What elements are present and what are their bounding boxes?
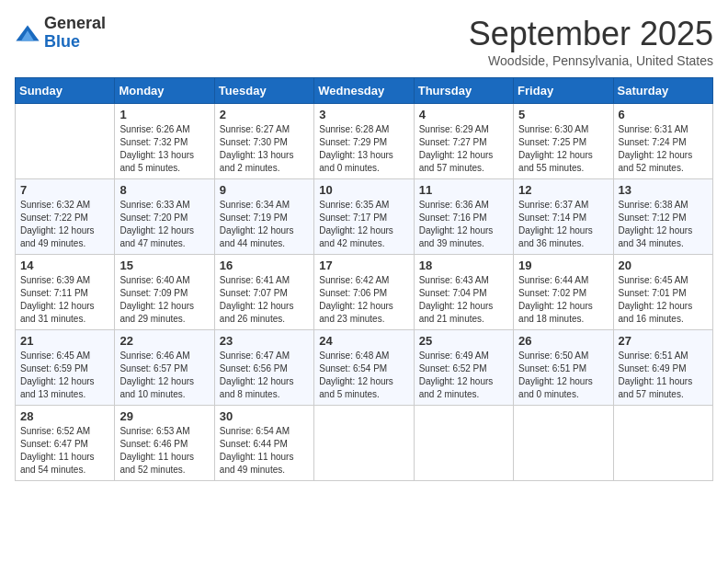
location-text: Woodside, Pennsylvania, United States [469, 53, 713, 68]
day-info: Sunrise: 6:46 AM Sunset: 6:57 PM Dayligh… [119, 350, 209, 401]
calendar-cell: 28Sunrise: 6:52 AM Sunset: 6:47 PM Dayli… [16, 406, 115, 481]
calendar-week-row: 7Sunrise: 6:32 AM Sunset: 7:22 PM Daylig… [16, 179, 713, 255]
calendar-cell: 5Sunrise: 6:30 AM Sunset: 7:25 PM Daylig… [514, 104, 613, 179]
calendar-cell: 20Sunrise: 6:45 AM Sunset: 7:01 PM Dayli… [613, 255, 712, 330]
calendar-cell: 6Sunrise: 6:31 AM Sunset: 7:24 PM Daylig… [613, 104, 712, 179]
day-info: Sunrise: 6:45 AM Sunset: 6:59 PM Dayligh… [20, 350, 109, 401]
calendar-cell: 29Sunrise: 6:53 AM Sunset: 6:46 PM Dayli… [115, 406, 214, 481]
day-number: 18 [419, 259, 508, 272]
day-number: 1 [119, 108, 209, 121]
calendar-cell: 3Sunrise: 6:28 AM Sunset: 7:29 PM Daylig… [314, 104, 414, 179]
day-of-week-header: Saturday [613, 78, 712, 104]
day-info: Sunrise: 6:47 AM Sunset: 6:56 PM Dayligh… [220, 350, 309, 401]
day-info: Sunrise: 6:30 AM Sunset: 7:25 PM Dayligh… [518, 123, 608, 175]
day-info: Sunrise: 6:50 AM Sunset: 6:51 PM Dayligh… [518, 350, 608, 401]
day-info: Sunrise: 6:37 AM Sunset: 7:14 PM Dayligh… [518, 199, 608, 250]
day-number: 5 [518, 108, 608, 121]
day-info: Sunrise: 6:48 AM Sunset: 6:54 PM Dayligh… [319, 350, 408, 401]
day-number: 24 [319, 334, 408, 348]
calendar-cell [613, 406, 712, 481]
day-info: Sunrise: 6:43 AM Sunset: 7:04 PM Dayligh… [419, 274, 508, 326]
calendar-week-row: 14Sunrise: 6:39 AM Sunset: 7:11 PM Dayli… [16, 255, 713, 330]
calendar-cell: 8Sunrise: 6:33 AM Sunset: 7:20 PM Daylig… [115, 179, 214, 255]
calendar-cell: 7Sunrise: 6:32 AM Sunset: 7:22 PM Daylig… [16, 179, 115, 255]
day-number: 21 [20, 334, 109, 348]
day-info: Sunrise: 6:54 AM Sunset: 6:44 PM Dayligh… [220, 425, 309, 477]
day-info: Sunrise: 6:38 AM Sunset: 7:12 PM Dayligh… [619, 199, 708, 250]
day-of-week-header: Monday [115, 78, 214, 104]
day-info: Sunrise: 6:26 AM Sunset: 7:32 PM Dayligh… [119, 123, 209, 175]
day-number: 17 [319, 259, 408, 272]
title-block: September 2025 Woodside, Pennsylvania, U… [469, 15, 713, 68]
logo-blue-text: Blue [44, 33, 106, 52]
calendar-cell: 30Sunrise: 6:54 AM Sunset: 6:44 PM Dayli… [214, 406, 313, 481]
day-info: Sunrise: 6:42 AM Sunset: 7:06 PM Dayligh… [319, 274, 408, 326]
page-header: General Blue September 2025 Woodside, Pe… [15, 15, 713, 68]
day-info: Sunrise: 6:40 AM Sunset: 7:09 PM Dayligh… [119, 274, 209, 326]
calendar-cell: 13Sunrise: 6:38 AM Sunset: 7:12 PM Dayli… [613, 179, 712, 255]
calendar-week-row: 21Sunrise: 6:45 AM Sunset: 6:59 PM Dayli… [16, 330, 713, 406]
calendar-cell [514, 406, 613, 481]
day-number: 22 [119, 334, 209, 348]
calendar-cell: 15Sunrise: 6:40 AM Sunset: 7:09 PM Dayli… [115, 255, 214, 330]
day-of-week-header: Thursday [414, 78, 513, 104]
calendar-cell: 2Sunrise: 6:27 AM Sunset: 7:30 PM Daylig… [214, 104, 313, 179]
day-number: 2 [220, 108, 309, 121]
day-info: Sunrise: 6:34 AM Sunset: 7:19 PM Dayligh… [220, 199, 309, 250]
calendar-table: SundayMondayTuesdayWednesdayThursdayFrid… [15, 77, 713, 481]
calendar-cell: 18Sunrise: 6:43 AM Sunset: 7:04 PM Dayli… [414, 255, 513, 330]
calendar-cell: 17Sunrise: 6:42 AM Sunset: 7:06 PM Dayli… [314, 255, 414, 330]
day-of-week-header: Tuesday [214, 78, 313, 104]
logo: General Blue [15, 15, 106, 52]
logo-icon [15, 20, 40, 46]
day-info: Sunrise: 6:33 AM Sunset: 7:20 PM Dayligh… [119, 199, 209, 250]
day-number: 23 [220, 334, 309, 348]
day-number: 12 [518, 183, 608, 197]
day-info: Sunrise: 6:35 AM Sunset: 7:17 PM Dayligh… [319, 199, 408, 250]
day-number: 26 [518, 334, 608, 348]
calendar-cell [16, 104, 115, 179]
calendar-cell: 25Sunrise: 6:49 AM Sunset: 6:52 PM Dayli… [414, 330, 513, 406]
day-number: 28 [20, 409, 109, 423]
day-number: 6 [619, 108, 708, 121]
calendar-cell: 21Sunrise: 6:45 AM Sunset: 6:59 PM Dayli… [16, 330, 115, 406]
day-number: 20 [619, 259, 708, 272]
calendar-cell: 22Sunrise: 6:46 AM Sunset: 6:57 PM Dayli… [115, 330, 214, 406]
day-info: Sunrise: 6:29 AM Sunset: 7:27 PM Dayligh… [419, 123, 508, 175]
day-number: 27 [619, 334, 708, 348]
day-info: Sunrise: 6:39 AM Sunset: 7:11 PM Dayligh… [20, 274, 109, 326]
logo-text: General Blue [44, 15, 106, 52]
day-info: Sunrise: 6:27 AM Sunset: 7:30 PM Dayligh… [220, 123, 309, 175]
calendar-cell: 26Sunrise: 6:50 AM Sunset: 6:51 PM Dayli… [514, 330, 613, 406]
day-number: 9 [220, 183, 309, 197]
day-info: Sunrise: 6:52 AM Sunset: 6:47 PM Dayligh… [20, 425, 109, 477]
day-number: 25 [419, 334, 508, 348]
calendar-week-row: 1Sunrise: 6:26 AM Sunset: 7:32 PM Daylig… [16, 104, 713, 179]
calendar-cell [414, 406, 513, 481]
day-info: Sunrise: 6:41 AM Sunset: 7:07 PM Dayligh… [220, 274, 309, 326]
day-number: 7 [20, 183, 109, 197]
logo-general-text: General [44, 15, 106, 33]
day-number: 13 [619, 183, 708, 197]
day-number: 8 [119, 183, 209, 197]
day-of-week-header: Friday [514, 78, 613, 104]
calendar-cell: 19Sunrise: 6:44 AM Sunset: 7:02 PM Dayli… [514, 255, 613, 330]
calendar-cell: 9Sunrise: 6:34 AM Sunset: 7:19 PM Daylig… [214, 179, 313, 255]
day-of-week-header: Sunday [16, 78, 115, 104]
calendar-cell: 16Sunrise: 6:41 AM Sunset: 7:07 PM Dayli… [214, 255, 313, 330]
day-info: Sunrise: 6:51 AM Sunset: 6:49 PM Dayligh… [619, 350, 708, 401]
day-info: Sunrise: 6:44 AM Sunset: 7:02 PM Dayligh… [518, 274, 608, 326]
day-number: 19 [518, 259, 608, 272]
day-number: 10 [319, 183, 408, 197]
day-info: Sunrise: 6:32 AM Sunset: 7:22 PM Dayligh… [20, 199, 109, 250]
day-number: 3 [319, 108, 408, 121]
day-info: Sunrise: 6:31 AM Sunset: 7:24 PM Dayligh… [619, 123, 708, 175]
day-info: Sunrise: 6:49 AM Sunset: 6:52 PM Dayligh… [419, 350, 508, 401]
calendar-cell: 27Sunrise: 6:51 AM Sunset: 6:49 PM Dayli… [613, 330, 712, 406]
day-info: Sunrise: 6:36 AM Sunset: 7:16 PM Dayligh… [419, 199, 508, 250]
calendar-cell: 23Sunrise: 6:47 AM Sunset: 6:56 PM Dayli… [214, 330, 313, 406]
calendar-cell: 10Sunrise: 6:35 AM Sunset: 7:17 PM Dayli… [314, 179, 414, 255]
day-info: Sunrise: 6:45 AM Sunset: 7:01 PM Dayligh… [619, 274, 708, 326]
day-of-week-header: Wednesday [314, 78, 414, 104]
calendar-cell: 11Sunrise: 6:36 AM Sunset: 7:16 PM Dayli… [414, 179, 513, 255]
